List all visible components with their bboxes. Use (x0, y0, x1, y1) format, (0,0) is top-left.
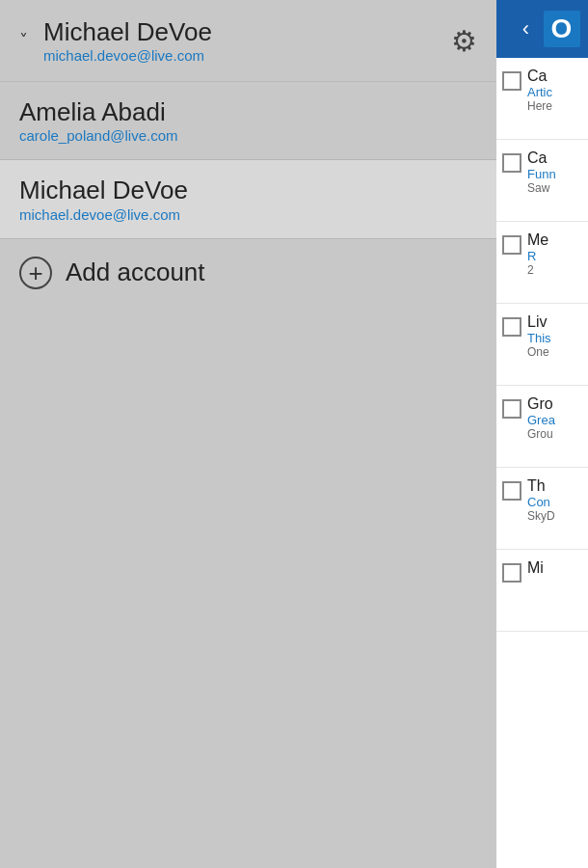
current-account-header: ˅ Michael DeVoe michael.devoe@live.com ⚙ (0, 0, 496, 82)
outlook-o-icon: O (544, 11, 580, 47)
email-content-3: Liv This One (527, 313, 584, 359)
email-list-panel: ‹ O Ca Artic Here Ca Funn Saw (496, 0, 588, 868)
add-account-button[interactable]: + Add account (0, 239, 496, 307)
email-content-4: Gro Grea Grou (527, 395, 584, 441)
email-item-4[interactable]: Gro Grea Grou (496, 386, 588, 468)
email-content-5: Th Con SkyD (527, 477, 584, 523)
email-checkbox-4[interactable] (502, 399, 521, 419)
add-account-icon: + (19, 257, 52, 289)
email-subject-2: R (527, 249, 584, 263)
current-account-details: Michael DeVoe michael.devoe@live.com (43, 17, 212, 64)
email-sender-4: Gro (527, 395, 584, 413)
email-item-5[interactable]: Th Con SkyD (496, 468, 588, 550)
email-sender-6: Mi (527, 559, 584, 577)
email-checkbox-2[interactable] (502, 235, 521, 255)
email-subject-4: Grea (527, 413, 584, 427)
email-sender-5: Th (527, 477, 584, 495)
email-preview-2: 2 (527, 263, 584, 277)
email-preview-4: Grou (527, 427, 584, 441)
email-subject-1: Funn (527, 167, 584, 181)
email-preview-1: Saw (527, 181, 584, 195)
email-content-2: Me R 2 (527, 231, 584, 277)
gear-icon[interactable]: ⚙ (451, 24, 477, 58)
email-content-0: Ca Artic Here (527, 68, 584, 113)
email-content-6: Mi (527, 559, 584, 577)
email-preview-5: SkyD (527, 509, 584, 523)
email-subject-0: Artic (527, 85, 584, 99)
email-item-2[interactable]: Me R 2 (496, 222, 588, 304)
account-name-amelia: Amelia Abadi (19, 97, 477, 127)
email-subject-3: This (527, 331, 584, 345)
add-account-label: Add account (66, 258, 205, 287)
account-email-michael: michael.devoe@live.com (19, 206, 477, 223)
current-account-email: michael.devoe@live.com (43, 47, 212, 64)
email-checkbox-3[interactable] (502, 317, 521, 337)
outlook-header: ‹ O (496, 0, 588, 58)
account-item-michael[interactable]: Michael DeVoe michael.devoe@live.com (0, 160, 496, 238)
email-sender-3: Liv (527, 313, 584, 331)
email-list: Ca Artic Here Ca Funn Saw Me R 2 (496, 58, 588, 632)
account-email-amelia: carole_poland@live.com (19, 127, 477, 144)
account-item-amelia[interactable]: Amelia Abadi carole_poland@live.com (0, 82, 496, 160)
email-checkbox-1[interactable] (502, 153, 521, 173)
email-checkbox-0[interactable] (502, 71, 521, 91)
email-sender-1: Ca (527, 149, 584, 167)
email-item-6[interactable]: Mi (496, 550, 588, 632)
email-item-3[interactable]: Liv This One (496, 304, 588, 386)
email-item-0[interactable]: Ca Artic Here (496, 58, 588, 140)
email-sender-2: Me (527, 231, 584, 249)
email-content-1: Ca Funn Saw (527, 149, 584, 195)
back-arrow-icon[interactable]: ‹ (517, 16, 535, 41)
email-sender-0: Ca (527, 68, 584, 85)
current-account-name: Michael DeVoe (43, 17, 212, 47)
email-checkbox-6[interactable] (502, 563, 521, 583)
email-preview-3: One (527, 345, 584, 359)
outlook-logo: O (535, 0, 588, 58)
account-switcher-panel: ˅ Michael DeVoe michael.devoe@live.com ⚙… (0, 0, 496, 868)
email-item-1[interactable]: Ca Funn Saw (496, 140, 588, 222)
email-preview-0: Here (527, 99, 584, 113)
outlook-letter: O (551, 14, 573, 44)
current-account-info: ˅ Michael DeVoe michael.devoe@live.com (19, 17, 212, 64)
email-subject-5: Con (527, 495, 584, 509)
email-checkbox-5[interactable] (502, 481, 521, 501)
chevron-down-icon[interactable]: ˅ (19, 30, 28, 51)
account-name-michael: Michael DeVoe (19, 176, 477, 205)
